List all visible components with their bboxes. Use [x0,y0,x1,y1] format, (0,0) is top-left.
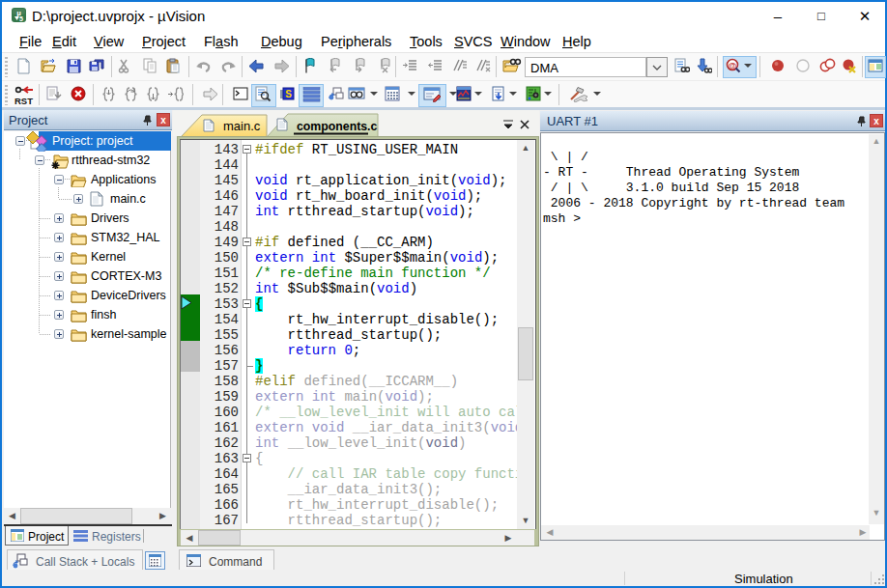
svg-text:S: S [285,89,292,99]
svg-text:components.c: components.c [297,120,378,133]
svg-text:main.c: main.c [223,119,261,133]
svg-text:5: 5 [19,15,23,22]
svg-text:RST: RST [14,96,33,106]
